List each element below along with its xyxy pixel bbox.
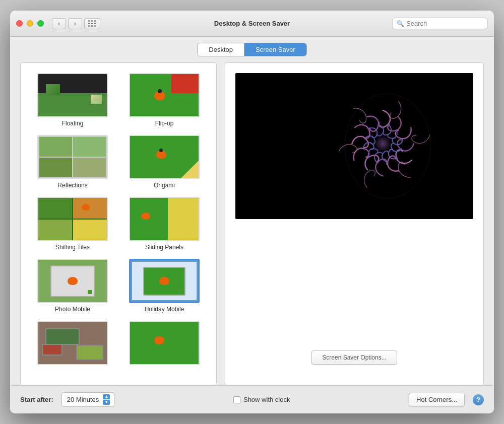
show-clock-area: Show with clock — [233, 396, 290, 403]
screensaver-item-flipup[interactable]: Flip-up — [118, 69, 210, 131]
screensaver-item-floating[interactable]: Floating — [27, 69, 118, 131]
grid-icon — [88, 20, 96, 27]
main-window: ‹ › Desktop & Screen Saver 🔍 Desktop Scr… — [10, 11, 494, 413]
screensaver-thumb-partial1 — [37, 321, 108, 365]
help-button[interactable]: ? — [473, 394, 484, 405]
screensaver-label-floating: Floating — [62, 120, 84, 127]
search-icon: 🔍 — [397, 20, 404, 27]
screensaver-thumb-sliding-panels — [129, 197, 200, 241]
main-content: Floating Flip-up — [10, 62, 494, 385]
screensaver-list[interactable]: Floating Flip-up — [20, 62, 217, 385]
screensaver-item-holiday-mobile[interactable]: Holiday Mobile — [118, 255, 210, 317]
traffic-lights — [16, 20, 44, 27]
screensaver-label-origami: Origami — [154, 182, 175, 189]
screensaver-thumb-photo-mobile — [37, 259, 108, 303]
window-title: Desktop & Screen Saver — [214, 20, 290, 27]
hot-corners-button[interactable]: Hot Corners... — [409, 393, 465, 406]
close-button[interactable] — [16, 20, 23, 27]
stepper-down-arrow[interactable]: ▼ — [103, 400, 110, 405]
screensaver-thumb-partial2 — [129, 321, 200, 365]
start-after-label: Start after: — [20, 396, 53, 403]
show-clock-checkbox[interactable] — [233, 396, 240, 403]
stepper-up-arrow[interactable]: ▲ — [103, 394, 110, 399]
back-button[interactable]: ‹ — [52, 18, 66, 29]
screensaver-item-photo-mobile[interactable]: Photo Mobile — [27, 255, 118, 317]
screensaver-grid: Floating Flip-up — [21, 63, 216, 378]
duration-select[interactable]: 20 Minutes ▲ ▼ — [61, 392, 115, 407]
tab-bar: Desktop Screen Saver — [10, 37, 494, 62]
tab-screensaver[interactable]: Screen Saver — [244, 43, 306, 56]
minimize-button[interactable] — [27, 20, 33, 27]
screensaver-thumb-floating — [37, 73, 108, 117]
screensaver-item-partial2[interactable] — [118, 317, 210, 372]
screensaver-label-shifting-tiles: Shifting Tiles — [55, 244, 90, 251]
grid-view-button[interactable] — [84, 18, 100, 29]
screensaver-item-origami[interactable]: Origami — [118, 131, 210, 193]
screensaver-label-flipup: Flip-up — [155, 120, 174, 127]
fractal-preview — [235, 73, 473, 219]
screensaver-thumb-shifting-tiles — [37, 197, 108, 241]
svg-point-2 — [374, 135, 392, 152]
preview-panel: Screen Saver Options... — [225, 62, 484, 385]
screensaver-thumb-holiday-mobile — [129, 259, 200, 303]
screensaver-item-shifting-tiles[interactable]: Shifting Tiles — [27, 193, 118, 255]
screensaver-label-sliding-panels: Sliding Panels — [145, 244, 183, 251]
duration-stepper[interactable]: ▲ ▼ — [103, 394, 110, 405]
bottom-bar: Start after: 20 Minutes ▲ ▼ Show with cl… — [10, 385, 494, 413]
fullscreen-button[interactable] — [37, 20, 44, 27]
forward-button[interactable]: › — [68, 18, 82, 29]
show-clock-label: Show with clock — [243, 396, 290, 403]
search-input[interactable] — [406, 20, 483, 27]
nav-buttons: ‹ › — [52, 18, 82, 29]
preview-area — [235, 73, 473, 219]
screensaver-item-reflections[interactable]: Reflections — [27, 131, 118, 193]
screensaver-thumb-reflections — [37, 135, 108, 179]
screensaver-label-photo-mobile: Photo Mobile — [55, 306, 90, 313]
screensaver-options-button[interactable]: Screen Saver Options... — [311, 350, 397, 365]
screensaver-item-sliding-panels[interactable]: Sliding Panels — [118, 193, 210, 255]
screensaver-label-holiday-mobile: Holiday Mobile — [145, 306, 184, 313]
tab-group: Desktop Screen Saver — [197, 43, 306, 56]
title-bar: ‹ › Desktop & Screen Saver 🔍 — [10, 11, 494, 37]
screensaver-label-reflections: Reflections — [57, 182, 87, 189]
screensaver-thumb-flipup — [129, 73, 200, 117]
search-bar[interactable]: 🔍 — [392, 18, 488, 29]
duration-value: 20 Minutes — [67, 396, 99, 403]
screensaver-thumb-origami — [129, 135, 200, 179]
tab-desktop[interactable]: Desktop — [198, 43, 244, 56]
screensaver-item-partial1[interactable] — [27, 317, 118, 372]
